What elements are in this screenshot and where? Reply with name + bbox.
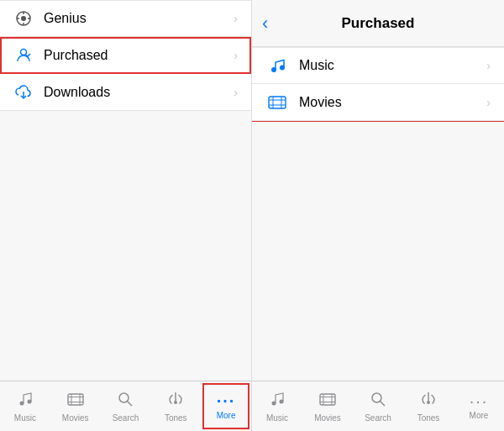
left-tab-search-icon <box>117 391 134 412</box>
svg-point-19 <box>280 66 285 71</box>
svg-point-1 <box>21 16 26 21</box>
right-music-chevron: › <box>486 59 491 72</box>
right-tab-search-icon <box>370 391 386 412</box>
left-tab-more-icon: ··· <box>217 392 236 409</box>
right-music-icon <box>265 54 289 77</box>
svg-point-26 <box>280 399 284 403</box>
list-item-purchased[interactable]: Purchased › <box>0 37 251 74</box>
right-tab-movies[interactable]: Movies <box>302 381 353 431</box>
left-tab-search[interactable]: Search <box>101 381 151 431</box>
right-music-label: Music <box>299 58 486 73</box>
left-list: Genius › Purchased › <box>0 0 251 381</box>
left-tab-movies-label: Movies <box>62 413 89 423</box>
genius-label: Genius <box>44 11 234 26</box>
purchased-label: Purchased <box>44 48 234 63</box>
left-tab-tones-icon <box>167 391 184 412</box>
svg-point-25 <box>272 401 276 405</box>
svg-point-17 <box>174 401 177 404</box>
left-tab-music-label: Music <box>14 413 36 423</box>
downloads-icon <box>13 82 34 102</box>
right-tab-bar: Music Movies Search <box>252 381 504 431</box>
back-button[interactable]: ‹ <box>262 14 268 33</box>
right-list-group: Music › Movies › <box>252 47 504 121</box>
left-tab-music[interactable]: Music <box>0 381 50 431</box>
svg-rect-10 <box>68 394 83 405</box>
left-tab-more[interactable]: ··· More <box>201 381 251 431</box>
right-tab-tones-icon <box>420 391 437 412</box>
left-tab-tones[interactable]: Tones <box>150 381 201 431</box>
left-tab-bar: Music Movies Search <box>0 381 251 431</box>
svg-line-16 <box>128 401 133 406</box>
left-tab-search-label: Search <box>113 413 139 423</box>
list-item-downloads[interactable]: Downloads › <box>0 74 251 111</box>
right-tab-movies-icon <box>319 391 336 412</box>
right-tab-music-icon <box>269 391 286 412</box>
downloads-label: Downloads <box>44 85 234 100</box>
svg-point-32 <box>372 393 381 402</box>
right-panel: ‹ Purchased Music › <box>252 0 504 431</box>
list-item-genius[interactable]: Genius › <box>0 0 251 37</box>
left-tab-movies-icon <box>67 391 84 412</box>
right-movies-icon <box>265 91 289 114</box>
right-movies-chevron: › <box>486 96 491 109</box>
svg-point-9 <box>27 399 31 403</box>
right-list-item-movies[interactable]: Movies › <box>252 84 504 121</box>
right-movies-label: Movies <box>299 95 486 110</box>
left-tab-movies[interactable]: Movies <box>50 381 101 431</box>
right-tab-search[interactable]: Search <box>353 381 403 431</box>
svg-line-33 <box>381 401 386 406</box>
right-tab-tones-label: Tones <box>417 413 440 423</box>
left-tab-more-label: More <box>217 411 236 420</box>
right-tab-more[interactable]: ··· More <box>454 381 504 431</box>
svg-point-34 <box>427 401 430 404</box>
right-list-item-music[interactable]: Music › <box>252 47 504 84</box>
purchased-icon <box>13 45 34 66</box>
right-tab-search-label: Search <box>365 413 391 423</box>
left-tab-music-icon <box>17 391 34 412</box>
left-tab-tones-label: Tones <box>165 413 187 423</box>
svg-rect-20 <box>269 97 286 108</box>
svg-point-8 <box>19 401 24 405</box>
svg-rect-27 <box>320 394 335 405</box>
right-title: Purchased <box>342 15 415 32</box>
left-panel: Genius › Purchased › <box>0 0 252 431</box>
right-tab-music-label: Music <box>266 413 288 423</box>
right-tab-music[interactable]: Music <box>252 381 302 431</box>
svg-point-18 <box>271 67 276 72</box>
right-tab-more-icon: ··· <box>470 392 489 409</box>
genius-icon <box>13 8 34 29</box>
right-tab-movies-label: Movies <box>314 413 341 423</box>
right-header: ‹ Purchased <box>252 0 504 47</box>
purchased-chevron: › <box>234 49 238 62</box>
right-tab-tones[interactable]: Tones <box>403 381 454 431</box>
downloads-chevron: › <box>234 86 238 99</box>
right-tab-more-label: More <box>470 411 489 420</box>
genius-chevron: › <box>234 12 238 25</box>
right-list: Music › Movies › <box>252 47 504 381</box>
svg-point-15 <box>119 393 129 402</box>
svg-point-6 <box>21 49 27 55</box>
